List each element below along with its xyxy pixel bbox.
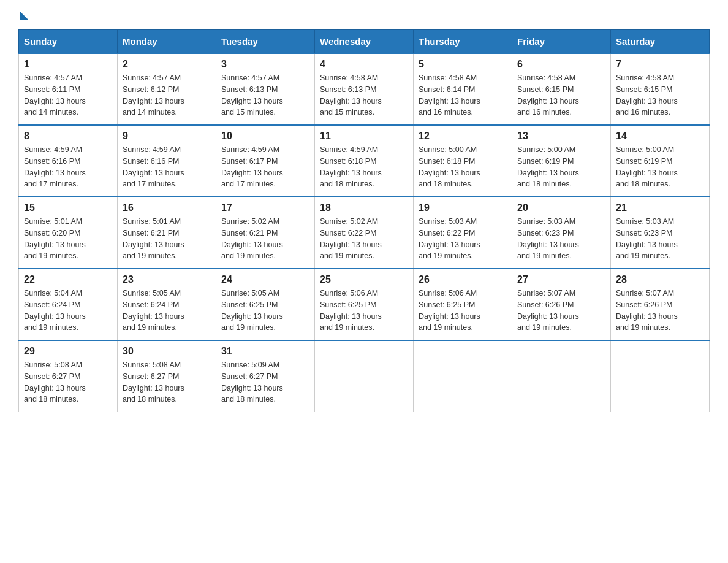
day-number: 8 [24,131,112,142]
day-number: 12 [419,131,507,142]
calendar-cell: 17 Sunrise: 5:02 AMSunset: 6:21 PMDaylig… [216,197,315,269]
calendar-cell: 11 Sunrise: 4:59 AMSunset: 6:18 PMDaylig… [315,125,414,197]
day-number: 2 [123,59,211,70]
day-info: Sunrise: 4:59 AMSunset: 6:17 PMDaylight:… [221,145,283,188]
calendar-cell: 13 Sunrise: 5:00 AMSunset: 6:19 PMDaylig… [512,125,611,197]
day-info: Sunrise: 5:06 AMSunset: 6:25 PMDaylight:… [419,289,480,332]
calendar-cell: 31 Sunrise: 5:09 AMSunset: 6:27 PMDaylig… [216,340,315,412]
day-number: 23 [123,274,211,285]
day-info: Sunrise: 5:03 AMSunset: 6:22 PMDaylight:… [419,217,480,260]
calendar-cell: 26 Sunrise: 5:06 AMSunset: 6:25 PMDaylig… [414,269,512,340]
calendar-cell: 27 Sunrise: 5:07 AMSunset: 6:26 PMDaylig… [512,269,611,340]
day-number: 11 [320,131,408,142]
logo-triangle-icon [20,11,28,20]
day-info: Sunrise: 4:57 AMSunset: 6:13 PMDaylight:… [221,74,283,117]
calendar-cell: 18 Sunrise: 5:02 AMSunset: 6:22 PMDaylig… [315,197,414,269]
calendar-cell: 16 Sunrise: 5:01 AMSunset: 6:21 PMDaylig… [118,197,216,269]
day-number: 3 [221,59,309,70]
day-number: 15 [24,202,112,213]
day-info: Sunrise: 5:02 AMSunset: 6:21 PMDaylight:… [221,217,283,260]
day-info: Sunrise: 5:05 AMSunset: 6:25 PMDaylight:… [221,289,283,332]
day-number: 19 [419,202,507,213]
calendar-cell: 12 Sunrise: 5:00 AMSunset: 6:18 PMDaylig… [414,125,512,197]
calendar-body: 1 Sunrise: 4:57 AMSunset: 6:11 PMDayligh… [19,53,710,412]
day-number: 26 [419,274,507,285]
day-info: Sunrise: 5:00 AMSunset: 6:19 PMDaylight:… [517,145,579,188]
calendar-week-5: 29 Sunrise: 5:08 AMSunset: 6:27 PMDaylig… [19,340,710,412]
header-monday: Monday [118,30,216,54]
calendar-header: SundayMondayTuesdayWednesdayThursdayFrid… [19,30,710,54]
calendar-cell: 7 Sunrise: 4:58 AMSunset: 6:15 PMDayligh… [611,53,710,125]
day-info: Sunrise: 4:59 AMSunset: 6:16 PMDaylight:… [123,145,184,188]
calendar-cell: 14 Sunrise: 5:00 AMSunset: 6:19 PMDaylig… [611,125,710,197]
calendar-cell [611,340,710,412]
calendar-cell: 19 Sunrise: 5:03 AMSunset: 6:22 PMDaylig… [414,197,512,269]
day-number: 14 [616,131,704,142]
day-info: Sunrise: 5:06 AMSunset: 6:25 PMDaylight:… [320,289,382,332]
day-info: Sunrise: 4:58 AMSunset: 6:14 PMDaylight:… [419,74,480,117]
day-number: 9 [123,131,211,142]
day-number: 21 [616,202,704,213]
day-info: Sunrise: 4:58 AMSunset: 6:13 PMDaylight:… [320,74,382,117]
day-info: Sunrise: 4:59 AMSunset: 6:16 PMDaylight:… [24,145,86,188]
day-info: Sunrise: 5:00 AMSunset: 6:19 PMDaylight:… [616,145,678,188]
day-number: 31 [221,346,309,357]
day-info: Sunrise: 5:08 AMSunset: 6:27 PMDaylight:… [24,361,86,404]
calendar-cell: 22 Sunrise: 5:04 AMSunset: 6:24 PMDaylig… [19,269,118,340]
day-number: 13 [517,131,605,142]
calendar-cell: 2 Sunrise: 4:57 AMSunset: 6:12 PMDayligh… [118,53,216,125]
day-info: Sunrise: 4:58 AMSunset: 6:15 PMDaylight:… [517,74,579,117]
day-number: 30 [123,346,211,357]
day-number: 4 [320,59,408,70]
day-number: 6 [517,59,605,70]
day-number: 18 [320,202,408,213]
day-info: Sunrise: 5:03 AMSunset: 6:23 PMDaylight:… [517,217,579,260]
calendar-week-2: 8 Sunrise: 4:59 AMSunset: 6:16 PMDayligh… [19,125,710,197]
calendar-cell: 29 Sunrise: 5:08 AMSunset: 6:27 PMDaylig… [19,340,118,412]
day-info: Sunrise: 5:09 AMSunset: 6:27 PMDaylight:… [221,361,283,404]
day-number: 7 [616,59,704,70]
day-number: 24 [221,274,309,285]
day-number: 28 [616,274,704,285]
calendar-cell [315,340,414,412]
calendar-table: SundayMondayTuesdayWednesdayThursdayFrid… [18,29,710,412]
day-number: 17 [221,202,309,213]
day-info: Sunrise: 5:07 AMSunset: 6:26 PMDaylight:… [517,289,579,332]
day-number: 5 [419,59,507,70]
day-number: 27 [517,274,605,285]
calendar-cell: 10 Sunrise: 4:59 AMSunset: 6:17 PMDaylig… [216,125,315,197]
header-row: SundayMondayTuesdayWednesdayThursdayFrid… [19,30,710,54]
header-saturday: Saturday [611,30,710,54]
calendar-week-4: 22 Sunrise: 5:04 AMSunset: 6:24 PMDaylig… [19,269,710,340]
calendar-cell: 30 Sunrise: 5:08 AMSunset: 6:27 PMDaylig… [118,340,216,412]
day-info: Sunrise: 5:08 AMSunset: 6:27 PMDaylight:… [123,361,184,404]
calendar-cell: 6 Sunrise: 4:58 AMSunset: 6:15 PMDayligh… [512,53,611,125]
day-info: Sunrise: 5:07 AMSunset: 6:26 PMDaylight:… [616,289,678,332]
day-info: Sunrise: 5:01 AMSunset: 6:21 PMDaylight:… [123,217,184,260]
day-info: Sunrise: 5:01 AMSunset: 6:20 PMDaylight:… [24,217,86,260]
day-number: 20 [517,202,605,213]
calendar-cell: 20 Sunrise: 5:03 AMSunset: 6:23 PMDaylig… [512,197,611,269]
header-friday: Friday [512,30,611,54]
day-info: Sunrise: 4:59 AMSunset: 6:18 PMDaylight:… [320,145,382,188]
calendar-cell: 3 Sunrise: 4:57 AMSunset: 6:13 PMDayligh… [216,53,315,125]
calendar-cell: 9 Sunrise: 4:59 AMSunset: 6:16 PMDayligh… [118,125,216,197]
calendar-week-3: 15 Sunrise: 5:01 AMSunset: 6:20 PMDaylig… [19,197,710,269]
calendar-cell: 24 Sunrise: 5:05 AMSunset: 6:25 PMDaylig… [216,269,315,340]
day-number: 1 [24,59,112,70]
day-info: Sunrise: 4:57 AMSunset: 6:12 PMDaylight:… [123,74,184,117]
day-number: 25 [320,274,408,285]
day-info: Sunrise: 5:02 AMSunset: 6:22 PMDaylight:… [320,217,382,260]
day-info: Sunrise: 5:03 AMSunset: 6:23 PMDaylight:… [616,217,678,260]
calendar-week-1: 1 Sunrise: 4:57 AMSunset: 6:11 PMDayligh… [19,53,710,125]
day-info: Sunrise: 5:05 AMSunset: 6:24 PMDaylight:… [123,289,184,332]
day-info: Sunrise: 5:00 AMSunset: 6:18 PMDaylight:… [419,145,480,188]
calendar-cell: 23 Sunrise: 5:05 AMSunset: 6:24 PMDaylig… [118,269,216,340]
day-info: Sunrise: 4:58 AMSunset: 6:15 PMDaylight:… [616,74,678,117]
day-number: 29 [24,346,112,357]
day-number: 16 [123,202,211,213]
logo [18,12,28,21]
calendar-cell: 21 Sunrise: 5:03 AMSunset: 6:23 PMDaylig… [611,197,710,269]
day-info: Sunrise: 5:04 AMSunset: 6:24 PMDaylight:… [24,289,86,332]
day-info: Sunrise: 4:57 AMSunset: 6:11 PMDaylight:… [24,74,86,117]
